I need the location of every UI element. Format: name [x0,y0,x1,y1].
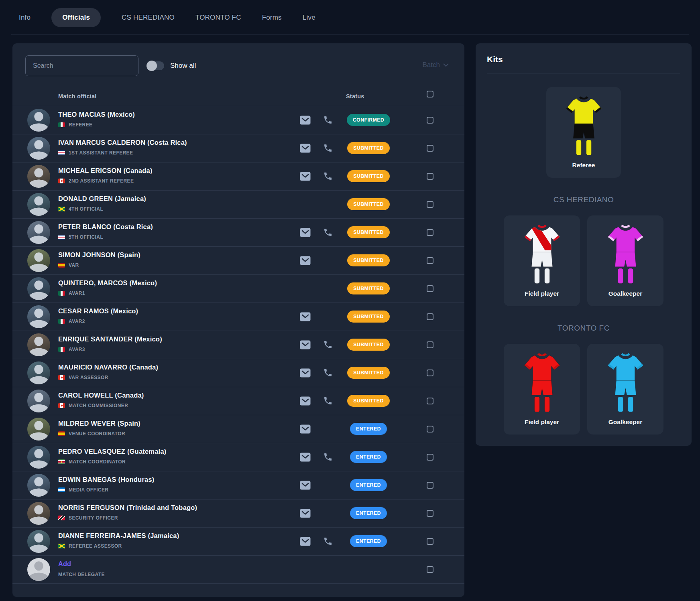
email-icon[interactable] [300,509,311,519]
status-badge: SUBMITTED [347,142,390,154]
phone-icon[interactable] [323,368,333,379]
kit-card-goalkeeper[interactable]: Goalkeeper [587,344,663,435]
official-row: QUINTERO, MARCOS (Mexico) AVAR1 SUBMITTE… [12,274,464,303]
email-icon[interactable] [300,368,311,379]
email-icon[interactable] [300,481,311,491]
status-badge: ENTERED [350,451,387,463]
tab-cs-herediano[interactable]: CS HEREDIANO [122,14,175,22]
email-icon[interactable] [300,172,311,182]
kit-grid: Field playerGoalkeeper [487,215,680,306]
official-row: MAURICIO NAVARRO (Canada) VAR ASSESSOR S… [12,359,464,387]
official-role: AVAR2 [69,319,85,324]
status-badge: ENTERED [350,535,387,547]
country-flag-icon [58,487,65,492]
email-icon[interactable] [300,396,311,407]
column-header-status: Status [346,93,364,99]
country-flag-icon [58,347,65,352]
select-all-checkbox[interactable] [427,91,433,97]
official-row: SIMON JOHNSON (Spain) VAR SUBMITTED [12,246,464,274]
row-checkbox[interactable] [427,370,433,376]
row-checkbox[interactable] [427,145,433,152]
row-checkbox[interactable] [427,510,433,517]
kits-divider [487,73,680,73]
add-row-role: MATCH DELEGATE [58,572,105,577]
row-checkbox[interactable] [427,454,433,461]
tab-live[interactable]: Live [303,14,315,22]
email-icon[interactable] [300,453,311,463]
email-icon[interactable] [300,340,311,351]
country-flag-icon [58,235,65,240]
official-role: 1ST ASSISTANT REFEREE [69,150,133,156]
row-checkbox[interactable] [427,426,433,432]
phone-icon[interactable] [323,115,333,126]
kit-label: Goalkeeper [608,290,642,297]
row-checkbox[interactable] [427,257,433,264]
row-checkbox[interactable] [427,482,433,489]
kit-card-field-player[interactable]: Field player [504,215,580,306]
officials-panel: Show all Batch Match official Status THE… [12,43,464,597]
status-badge: SUBMITTED [347,311,390,323]
row-checkbox[interactable] [427,313,433,320]
show-all-toggle[interactable] [147,61,164,70]
email-icon[interactable] [300,537,311,547]
phone-icon[interactable] [323,536,333,547]
avatar [27,277,50,300]
phone-icon[interactable] [323,143,333,154]
column-header-official: Match official [58,93,96,99]
row-checkbox[interactable] [427,566,433,573]
kit-card-goalkeeper[interactable]: Goalkeeper [587,215,663,306]
search-input[interactable] [25,55,138,76]
add-official-link[interactable]: Add [58,560,71,568]
chevron-down-icon [443,63,449,67]
kits-title: Kits [487,55,680,64]
official-role: AVAR1 [69,290,85,296]
official-name: THEO MACIAS (Mexico) [58,111,135,118]
official-role: AVAR3 [69,347,85,352]
kit-card-field-player[interactable]: Field player [504,344,580,435]
email-icon[interactable] [300,144,311,154]
status-badge: SUBMITTED [347,367,390,379]
row-checkbox[interactable] [427,173,433,180]
phone-icon[interactable] [323,452,333,463]
batch-dropdown[interactable]: Batch [423,61,449,69]
official-row: NORRIS FERGUSON (Trinidad and Tobago) SE… [12,499,464,527]
email-icon[interactable] [300,116,311,126]
official-name: EDWIN BANEGAS (Honduras) [58,476,154,483]
email-icon[interactable] [300,312,311,323]
tab-toronto-fc[interactable]: TORONTO FC [195,14,241,22]
row-checkbox[interactable] [427,285,433,292]
avatar [27,109,50,132]
official-role: MEDIA OFFICER [69,487,108,493]
row-checkbox[interactable] [427,117,433,124]
kit-graphic [602,352,649,416]
tab-forms[interactable]: Forms [262,14,282,22]
country-flag-icon [58,431,65,436]
official-name: CAROL HOWELL (Canada) [58,392,144,399]
avatar [27,530,50,553]
official-name: PETER BLANCO (Costa Rica) [58,223,153,231]
kit-graphic [519,352,565,416]
email-icon[interactable] [300,256,311,266]
avatar [27,165,50,188]
email-icon[interactable] [300,424,311,435]
phone-icon[interactable] [323,227,333,238]
official-role: 4TH OFFICIAL [69,206,103,212]
email-icon[interactable] [300,228,311,238]
tab-info[interactable]: Info [19,14,31,22]
phone-icon[interactable] [323,396,333,407]
row-checkbox[interactable] [427,538,433,545]
official-name: NORRIS FERGUSON (Trinidad and Tobago) [58,504,197,512]
row-checkbox[interactable] [427,341,433,348]
status-badge: CONFIRMED [347,114,390,126]
kit-card-referee[interactable]: Referee [546,87,621,178]
row-checkbox[interactable] [427,398,433,404]
country-flag-icon [58,375,65,380]
row-checkbox[interactable] [427,201,433,208]
team-kits-sections: CS HEREDIANOField playerGoalkeeperTORONT… [487,195,680,435]
phone-icon[interactable] [323,340,333,351]
status-badge: ENTERED [350,423,387,435]
tab-officials[interactable]: Officials [51,8,101,27]
row-checkbox[interactable] [427,229,433,236]
phone-icon[interactable] [323,171,333,182]
country-flag-icon [58,291,65,296]
